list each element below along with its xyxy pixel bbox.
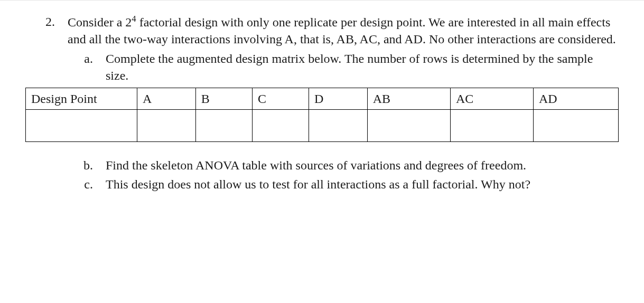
question-item: 2. Consider a 24 factorial design with o… <box>25 13 619 48</box>
col-a: A <box>137 88 196 109</box>
empty-cell <box>534 109 619 141</box>
sub-parts-continued: b. Find the skeleton ANOVA table with so… <box>25 157 619 193</box>
col-ab: AB <box>367 88 450 109</box>
question-text: Consider a 24 factorial design with only… <box>68 13 619 48</box>
col-ac: AC <box>450 88 533 109</box>
empty-cell <box>137 109 196 141</box>
part-c: c. This design does not allow us to test… <box>72 176 619 193</box>
question-text-prefix: Consider a 2 <box>68 15 132 29</box>
empty-cell <box>309 109 367 141</box>
col-ad: AD <box>534 88 619 109</box>
question-number: 2. <box>25 13 68 48</box>
document-page: 2. Consider a 24 factorial design with o… <box>0 0 644 216</box>
col-c: C <box>252 88 309 109</box>
part-b-text: Find the skeleton ANOVA table with sourc… <box>106 157 619 174</box>
col-b: B <box>195 88 252 109</box>
part-b-marker: b. <box>72 157 106 174</box>
question-text-suffix: factorial design with only one replicate… <box>68 15 616 46</box>
empty-cell <box>195 109 252 141</box>
col-design-point: Design Point <box>26 88 137 109</box>
empty-cell <box>450 109 533 141</box>
empty-cell <box>252 109 309 141</box>
part-a-text: Complete the augmented design matrix bel… <box>106 50 619 84</box>
part-a-marker: a. <box>72 50 106 84</box>
sub-parts: a. Complete the augmented design matrix … <box>25 50 619 84</box>
empty-cell <box>26 109 137 141</box>
table-header-row: Design Point A B C D AB AC AD <box>26 88 619 109</box>
table-empty-row <box>26 109 619 141</box>
part-c-marker: c. <box>72 176 106 193</box>
design-matrix-table: Design Point A B C D AB AC AD <box>25 88 619 142</box>
question-exponent: 4 <box>132 14 136 24</box>
part-a: a. Complete the augmented design matrix … <box>72 50 619 84</box>
col-d: D <box>309 88 367 109</box>
part-b: b. Find the skeleton ANOVA table with so… <box>72 157 619 174</box>
part-c-text: This design does not allow us to test fo… <box>106 176 619 193</box>
empty-cell <box>367 109 450 141</box>
